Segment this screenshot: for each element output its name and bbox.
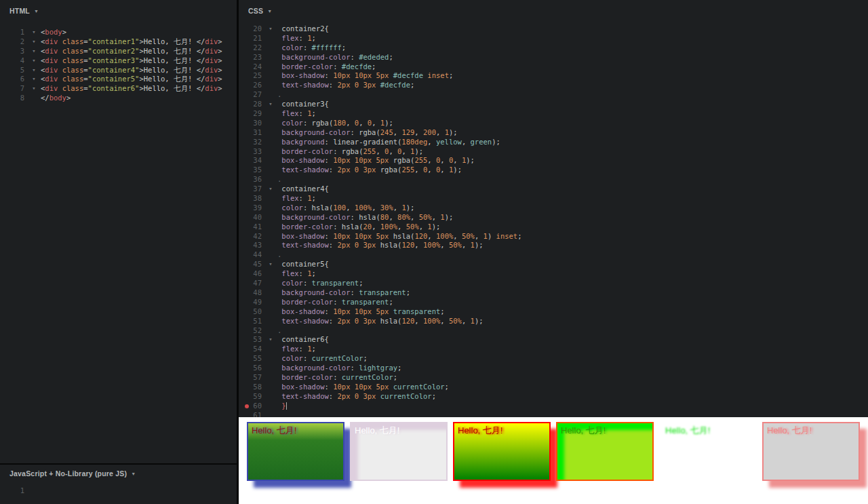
code-line-36[interactable]: 36. — [239, 175, 868, 185]
code-line-1[interactable]: 1 — [0, 486, 237, 496]
code-line-53[interactable]: 53▾ container6{ — [239, 335, 868, 345]
fold-gutter — [264, 81, 277, 90]
code-line-22[interactable]: 22 color: #ffffff; — [239, 43, 868, 53]
code-line-29[interactable]: 29 flex: 1; — [239, 109, 868, 119]
fold-gutter — [264, 203, 277, 213]
code-line-33[interactable]: 33 border-color: rgba(255, 0, 0, 1); — [239, 147, 868, 157]
code-text: } — [277, 402, 287, 411]
code-line-5[interactable]: 5▾<div class="container4">Hello, 七月! </d… — [0, 66, 237, 75]
javascript-panel-header[interactable]: JavaScript + No-Library (pure JS) ▼ — [0, 465, 237, 482]
code-text: background-color: transparent; — [277, 288, 410, 298]
line-number: 42 — [239, 232, 264, 241]
code-line-41[interactable]: 41 border-color: hsla(20, 100%, 50%, 1); — [239, 222, 868, 232]
code-line-34[interactable]: 34 box-shadow: 10px 10px 5px rgba(255, 0… — [239, 156, 868, 166]
code-line-8[interactable]: 8</body> — [0, 94, 237, 103]
code-line-2[interactable]: 2▾<div class="container1">Hello, 七月! </d… — [0, 37, 237, 47]
code-line-52[interactable]: 52. — [239, 326, 868, 336]
code-line-4[interactable]: 4▾<div class="container3">Hello, 七月! </d… — [0, 56, 237, 66]
line-number: 24 — [239, 62, 264, 72]
fold-gutter — [264, 166, 277, 175]
fold-arrow-icon[interactable]: ▾ — [264, 260, 277, 269]
code-line-51[interactable]: 51 text-shadow: 2px 0 3px hsla(120, 100%… — [239, 317, 868, 326]
code-line-31[interactable]: 31 background-color: rgba(245, 129, 200,… — [239, 128, 868, 138]
code-line-46[interactable]: 46 flex: 1; — [239, 269, 868, 279]
fold-arrow-icon[interactable]: ▾ — [27, 75, 41, 84]
code-line-3[interactable]: 3▾<div class="container2">Hello, 七月! </d… — [0, 47, 237, 56]
fold-gutter — [264, 43, 277, 53]
code-line-30[interactable]: 30 color: rgba(180, 0, 0, 1); — [239, 119, 868, 128]
code-line-28[interactable]: 28▾ container3{ — [239, 100, 868, 109]
line-number: 23 — [239, 53, 264, 62]
javascript-code-editor[interactable]: 1 — [0, 482, 237, 504]
code-line-39[interactable]: 39 color: hsla(100, 100%, 30%, 1); — [239, 203, 868, 213]
html-code-editor[interactable]: 1▾<body>2▾<div class="container1">Hello,… — [0, 22, 237, 463]
code-line-21[interactable]: 21 flex: 1; — [239, 34, 868, 43]
code-line-44[interactable]: 44. — [239, 250, 868, 260]
code-text: border-color: hsla(20, 100%, 50%, 1); — [277, 222, 440, 232]
line-number: 51 — [239, 317, 264, 326]
code-line-45[interactable]: 45▾ container5{ — [239, 260, 868, 269]
code-line-54[interactable]: 54 flex: 1; — [239, 345, 868, 354]
code-line-35[interactable]: 35 text-shadow: 2px 0 3px rgba(255, 0, 0… — [239, 166, 868, 175]
html-panel-header[interactable]: HTML ▼ — [0, 0, 237, 22]
fold-gutter — [264, 156, 277, 166]
code-line-20[interactable]: 20▾ container2{ — [239, 24, 868, 34]
code-line-7[interactable]: 7▾<div class="container6">Hello, 七月! </d… — [0, 84, 237, 94]
code-line-55[interactable]: 55 color: currentColor; — [239, 354, 868, 364]
line-number: 58 — [239, 383, 264, 392]
line-number: 22 — [239, 43, 264, 53]
code-line-27[interactable]: 27. — [239, 90, 868, 100]
line-number: 52 — [239, 326, 264, 336]
code-text: background-color: lightgray; — [277, 364, 401, 373]
fold-arrow-icon[interactable]: ▾ — [27, 28, 41, 37]
code-line-24[interactable]: 24 border-color: #decfde; — [239, 62, 868, 72]
code-text: color: #ffffff; — [277, 43, 346, 53]
code-line-43[interactable]: 43 text-shadow: 2px 0 3px hsla(120, 100%… — [239, 241, 868, 250]
code-line-32[interactable]: 32 background: linear-gradient(180deg, y… — [239, 138, 868, 147]
code-line-6[interactable]: 6▾<div class="container5">Hello, 七月! </d… — [0, 75, 237, 84]
fold-arrow-icon[interactable]: ▾ — [264, 24, 277, 34]
code-line-42[interactable]: 42 box-shadow: 10px 10px 5px hsla(120, 1… — [239, 232, 868, 241]
fold-arrow-icon[interactable]: ▾ — [264, 100, 277, 109]
code-line-37[interactable]: 37▾ container4{ — [239, 185, 868, 194]
fold-arrow-icon[interactable]: ▾ — [27, 84, 41, 94]
code-line-61[interactable]: 61 — [239, 411, 868, 417]
code-line-23[interactable]: 23 background-color: #ededed; — [239, 53, 868, 62]
code-line-50[interactable]: 50 box-shadow: 10px 10px 5px transparent… — [239, 307, 868, 317]
html-panel-label: HTML — [9, 7, 30, 15]
code-line-58[interactable]: 58 box-shadow: 10px 10px 5px currentColo… — [239, 383, 868, 392]
line-number: 3 — [0, 47, 27, 56]
code-line-26[interactable]: 26 text-shadow: 2px 0 3px #decfde; — [239, 81, 868, 90]
fold-gutter — [264, 288, 277, 298]
fold-arrow-icon[interactable]: ▾ — [27, 66, 41, 75]
line-number: 32 — [239, 138, 264, 147]
css-code-editor[interactable]: 20▾ container2{21 flex: 1;22 color: #fff… — [239, 22, 868, 417]
fold-arrow-icon[interactable]: ▾ — [27, 47, 41, 56]
code-line-49[interactable]: 49 border-color: transparent; — [239, 298, 868, 307]
code-line-56[interactable]: 56 background-color: lightgray; — [239, 364, 868, 373]
line-number: 34 — [239, 156, 264, 166]
code-line-57[interactable]: 57 border-color: currentColor; — [239, 373, 868, 383]
code-text: <div class="container5">Hello, 七月! </div… — [41, 75, 222, 84]
code-line-25[interactable]: 25 box-shadow: 10px 10px 5px #decfde ins… — [239, 71, 868, 81]
code-line-60[interactable]: 60 } — [239, 402, 868, 411]
code-text: background-color: #ededed; — [277, 53, 393, 62]
code-line-1[interactable]: 1▾<body> — [0, 28, 237, 37]
fold-arrow-icon[interactable]: ▾ — [27, 37, 41, 47]
code-line-59[interactable]: 59 text-shadow: 2px 0 3px currentColor; — [239, 392, 868, 402]
fold-arrow-icon[interactable]: ▾ — [27, 56, 41, 66]
code-line-40[interactable]: 40 background-color: hsla(80, 80%, 50%, … — [239, 213, 868, 222]
code-line-48[interactable]: 48 background-color: transparent; — [239, 288, 868, 298]
preview-container4: Hello, 七月! — [556, 422, 654, 481]
code-text: border-color: rgba(255, 0, 0, 1); — [277, 147, 423, 157]
fold-arrow-icon[interactable]: ▾ — [264, 185, 277, 194]
code-line-38[interactable]: 38 flex: 1; — [239, 194, 868, 203]
line-number: 36 — [239, 175, 264, 185]
line-number: 21 — [239, 34, 264, 43]
code-line-47[interactable]: 47 color: transparent; — [239, 279, 868, 288]
css-panel-header[interactable]: CSS ▼ — [239, 0, 868, 22]
preview-container1: Hello, 七月! — [247, 422, 344, 481]
fold-gutter — [27, 94, 41, 103]
code-text: . — [277, 250, 281, 260]
fold-arrow-icon[interactable]: ▾ — [264, 335, 277, 345]
